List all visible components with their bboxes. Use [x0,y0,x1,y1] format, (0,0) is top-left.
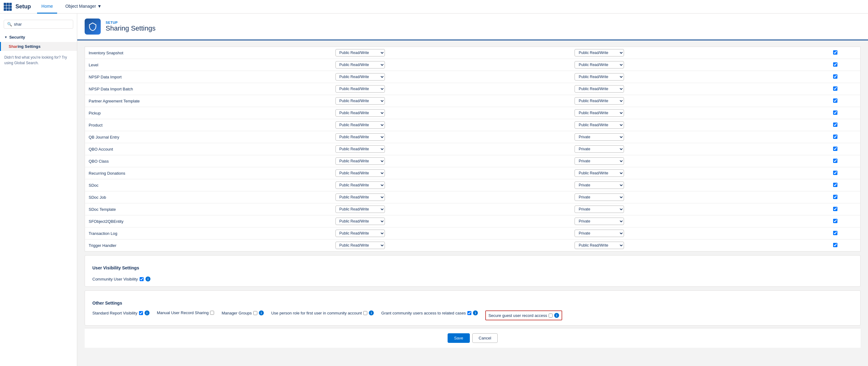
default-access-select[interactable]: Public Read/WritePublic Read OnlyPrivate [336,205,385,213]
other-setting-checkbox[interactable] [139,311,143,315]
grant-access-cell: Public Read/WritePublic Read OnlyPrivate [571,143,810,155]
save-button[interactable]: Save [447,333,470,343]
grant-access-cell: Public Read/WritePublic Read OnlyPrivate [571,179,810,191]
cancel-button[interactable]: Cancel [472,333,498,343]
app-launcher-icon[interactable] [4,3,12,11]
other-setting-checkbox[interactable] [210,311,214,315]
enable-checkbox-cell [810,71,860,83]
grant-access-select[interactable]: Public Read/WritePublic Read OnlyPrivate [575,145,624,153]
grant-access-select[interactable]: Public Read/WritePublic Read OnlyPrivate [575,194,624,201]
other-setting-item: Secure guest user record accessi [485,310,562,320]
grant-access-select[interactable]: Public Read/WritePublic Read OnlyPrivate [575,169,624,177]
object-name-cell: SFObject2QBEntity [85,215,332,227]
nav-item-object-manager[interactable]: Object Manager ▼ [61,0,106,13]
info-icon[interactable]: i [554,313,559,318]
default-access-select[interactable]: Public Read/WritePublic Read OnlyPrivate [336,85,385,93]
enable-checkbox[interactable] [833,123,837,127]
enable-checkbox[interactable] [833,74,837,79]
enable-checkbox[interactable] [833,195,837,199]
default-access-select[interactable]: Public Read/WritePublic Read OnlyPrivate [336,169,385,177]
grant-access-select[interactable]: Public Read/WritePublic Read OnlyPrivate [575,85,624,93]
enable-checkbox-cell [810,47,860,59]
table-row: Partner Agreement TemplatePublic Read/Wr… [85,95,861,107]
grant-access-select[interactable]: Public Read/WritePublic Read OnlyPrivate [575,109,624,117]
grant-access-select[interactable]: Public Read/WritePublic Read OnlyPrivate [575,97,624,105]
enable-checkbox[interactable] [833,146,837,151]
grant-access-select[interactable]: Public Read/WritePublic Read OnlyPrivate [575,73,624,80]
page-header-text: SETUP Sharing Settings [106,21,155,32]
grant-access-cell: Public Read/WritePublic Read OnlyPrivate [571,203,810,215]
object-name-cell: QBO Class [85,155,332,167]
grant-access-select[interactable]: Public Read/WritePublic Read OnlyPrivate [575,218,624,225]
other-setting-checkbox[interactable] [549,313,553,318]
page-header: SETUP Sharing Settings [77,13,868,40]
grant-access-select[interactable]: Public Read/WritePublic Read OnlyPrivate [575,181,624,189]
default-access-select[interactable]: Public Read/WritePublic Read OnlyPrivate [336,109,385,117]
default-access-select[interactable]: Public Read/WritePublic Read OnlyPrivate [336,145,385,153]
grant-access-select[interactable]: Public Read/WritePublic Read OnlyPrivate [575,133,624,141]
community-user-visibility-info-icon[interactable]: i [146,276,150,281]
table-row: SDoc TemplatePublic Read/WritePublic Rea… [85,203,861,215]
other-setting-checkbox[interactable] [363,311,367,315]
default-access-cell: Public Read/WritePublic Read OnlyPrivate [332,155,571,167]
enable-checkbox[interactable] [833,62,837,67]
top-nav: Setup Home Object Manager ▼ [0,0,868,13]
default-access-select[interactable]: Public Read/WritePublic Read OnlyPrivate [336,230,385,237]
default-access-select[interactable]: Public Read/WritePublic Read OnlyPrivate [336,61,385,68]
sidebar-section-security[interactable]: ▼ Security [0,32,77,42]
enable-checkbox-cell [810,191,860,203]
enable-checkbox[interactable] [833,231,837,235]
grant-access-select[interactable]: Public Read/WritePublic Read OnlyPrivate [575,157,624,165]
enable-checkbox[interactable] [833,183,837,187]
enable-checkbox-cell [810,239,860,252]
info-icon[interactable]: i [473,310,478,315]
grant-access-select[interactable]: Public Read/WritePublic Read OnlyPrivate [575,242,624,249]
search-input[interactable] [14,22,70,27]
table-row: Trigger HandlerPublic Read/WritePublic R… [85,239,861,252]
enable-checkbox[interactable] [833,87,837,91]
other-setting-checkbox[interactable] [253,311,257,315]
other-setting-label: Manual User Record Sharing [157,310,209,315]
default-access-select[interactable]: Public Read/WritePublic Read OnlyPrivate [336,242,385,249]
layout: 🔍 ▼ Security Sharing Settings Didn't fin… [0,13,868,366]
default-access-select[interactable]: Public Read/WritePublic Read OnlyPrivate [336,194,385,201]
other-setting-item: Grant community users access to related … [381,310,478,315]
grant-access-select[interactable]: Public Read/WritePublic Read OnlyPrivate [575,49,624,57]
table-row: NPSP Data Import BatchPublic Read/WriteP… [85,83,861,95]
grant-access-select[interactable]: Public Read/WritePublic Read OnlyPrivate [575,205,624,213]
community-user-visibility-checkbox[interactable] [140,277,144,281]
enable-checkbox[interactable] [833,159,837,163]
default-access-select[interactable]: Public Read/WritePublic Read OnlyPrivate [336,157,385,165]
chevron-down-icon: ▼ [97,4,102,9]
default-access-select[interactable]: Public Read/WritePublic Read OnlyPrivate [336,73,385,80]
user-visibility-title: User Visibility Settings [92,261,853,273]
default-access-select[interactable]: Public Read/WritePublic Read OnlyPrivate [336,133,385,141]
user-visibility-row: Community User Visibility i [92,276,853,281]
default-access-select[interactable]: Public Read/WritePublic Read OnlyPrivate [336,49,385,57]
info-icon[interactable]: i [259,310,264,315]
enable-checkbox[interactable] [833,98,837,103]
default-access-select[interactable]: Public Read/WritePublic Read OnlyPrivate [336,218,385,225]
other-setting-checkbox[interactable] [467,311,471,315]
default-access-select[interactable]: Public Read/WritePublic Read OnlyPrivate [336,181,385,189]
enable-checkbox-cell [810,215,860,227]
enable-checkbox[interactable] [833,219,837,223]
object-name-cell: NPSP Data Import [85,71,332,83]
sidebar-item-sharing-settings[interactable]: Sharing Settings [0,42,77,51]
enable-checkbox-cell [810,59,860,71]
grant-access-select[interactable]: Public Read/WritePublic Read OnlyPrivate [575,121,624,129]
grant-access-select[interactable]: Public Read/WritePublic Read OnlyPrivate [575,61,624,68]
enable-checkbox[interactable] [833,171,837,175]
default-access-select[interactable]: Public Read/WritePublic Read OnlyPrivate [336,121,385,129]
enable-checkbox[interactable] [833,110,837,115]
enable-checkbox[interactable] [833,135,837,139]
enable-checkbox[interactable] [833,207,837,211]
grant-access-select[interactable]: Public Read/WritePublic Read OnlyPrivate [575,230,624,237]
enable-checkbox[interactable] [833,243,837,247]
nav-item-home[interactable]: Home [37,0,57,13]
default-access-select[interactable]: Public Read/WritePublic Read OnlyPrivate [336,97,385,105]
info-icon[interactable]: i [145,310,150,315]
enable-checkbox[interactable] [833,50,837,55]
object-name-cell: QBO Account [85,143,332,155]
info-icon[interactable]: i [369,310,374,315]
